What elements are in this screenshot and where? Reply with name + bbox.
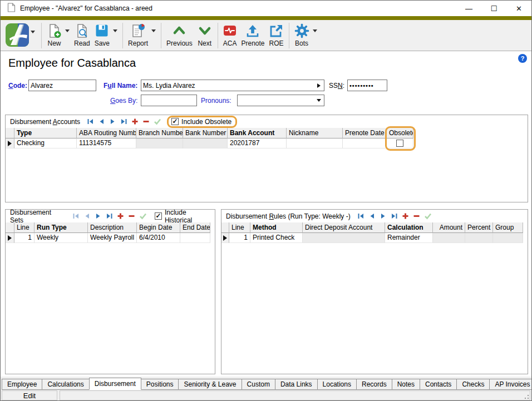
- tab-data-links[interactable]: Data Links: [275, 379, 318, 390]
- col-description[interactable]: Description: [88, 222, 137, 233]
- delete-row-button[interactable]: [413, 212, 420, 220]
- edit-mode-panel[interactable]: Edit: [2, 390, 57, 400]
- col-percent[interactable]: Percent: [465, 222, 493, 233]
- col-nickname[interactable]: Nickname: [287, 128, 343, 138]
- sets-grid-header: Line Run Type Description Begin Date End…: [6, 222, 215, 233]
- report-caret-icon[interactable]: [151, 29, 156, 32]
- confirm-button[interactable]: [424, 212, 432, 220]
- next-record-button[interactable]: [380, 212, 387, 220]
- col-bank-account[interactable]: Bank Account: [228, 128, 287, 138]
- first-record-button[interactable]: [357, 212, 364, 220]
- first-record-button[interactable]: [72, 212, 80, 220]
- disbursement-rules-title: Disbursement Rules (Run Type: Weekly -): [226, 212, 351, 220]
- next-button[interactable]: Next: [195, 22, 215, 48]
- report-button[interactable]: Report: [126, 22, 150, 48]
- tab-positions[interactable]: Positions: [141, 379, 179, 390]
- previous-record-button[interactable]: [83, 212, 91, 220]
- sets-row[interactable]: 1 Weekly Weekly Payroll 6/4/2010: [6, 233, 215, 243]
- bots-button[interactable]: Bots: [292, 22, 312, 48]
- delete-row-button[interactable]: [142, 118, 150, 125]
- obsolete-checkbox[interactable]: [396, 140, 403, 147]
- pronouns-select[interactable]: [237, 95, 324, 106]
- include-historical-label: Include Historical: [165, 209, 215, 224]
- full-name-expand-button[interactable]: [314, 81, 323, 90]
- tab-employee[interactable]: Employee: [2, 379, 42, 390]
- roe-button[interactable]: ROE: [267, 22, 285, 48]
- col-branch-number[interactable]: Branch Number: [136, 128, 183, 138]
- row-selector[interactable]: [6, 233, 14, 243]
- goes-by-input[interactable]: [141, 95, 197, 106]
- col-type[interactable]: Type: [14, 128, 77, 138]
- tab-custom[interactable]: Custom: [242, 379, 275, 390]
- accounts-row[interactable]: Checking 111314575 20201787: [6, 138, 528, 148]
- delete-row-button[interactable]: [128, 212, 135, 220]
- include-historical-checkbox[interactable]: [155, 212, 162, 220]
- accounts-grid-header: Type ABA Routing Number Branch Number Ba…: [6, 128, 528, 138]
- previous-record-button[interactable]: [98, 118, 105, 125]
- chevron-down-icon: [197, 22, 213, 39]
- save-caret-icon[interactable]: [113, 29, 117, 32]
- col-group[interactable]: Group: [493, 222, 523, 233]
- tab-locations[interactable]: Locations: [318, 379, 357, 390]
- first-record-button[interactable]: [87, 118, 94, 125]
- tab-seniority-leave[interactable]: Seniority & Leave: [179, 379, 242, 390]
- status-bar: Edit: [1, 390, 531, 401]
- col-line[interactable]: Line: [229, 222, 250, 233]
- bots-caret-icon[interactable]: [313, 29, 317, 32]
- col-bank-number[interactable]: Bank Number: [183, 128, 228, 138]
- col-amount[interactable]: Amount: [433, 222, 465, 233]
- col-obsolete[interactable]: Obsolete: [387, 128, 413, 138]
- tab-calculations[interactable]: Calculations: [42, 379, 89, 390]
- col-end-date[interactable]: End Date: [180, 222, 210, 233]
- tab-checks[interactable]: Checks: [457, 379, 490, 390]
- ssn-label: SSN:: [329, 82, 344, 90]
- rules-row[interactable]: 1 Printed Check Remainder: [221, 233, 528, 243]
- previous-button[interactable]: Previous: [164, 22, 195, 48]
- code-input[interactable]: Alvarez: [28, 80, 96, 91]
- confirm-button[interactable]: [139, 212, 147, 220]
- previous-record-button[interactable]: [368, 212, 376, 220]
- row-selector[interactable]: [221, 233, 229, 243]
- tab-disbursement[interactable]: Disbursement: [89, 378, 141, 390]
- new-caret-icon[interactable]: [65, 29, 70, 32]
- col-prenote-date[interactable]: Prenote Date: [343, 128, 387, 138]
- maximize-button[interactable]: ☐: [481, 1, 506, 16]
- aca-button[interactable]: ACA: [221, 22, 239, 48]
- prenote-button[interactable]: Prenote: [239, 22, 267, 48]
- add-row-button[interactable]: [131, 118, 139, 125]
- tab-contacts[interactable]: Contacts: [420, 379, 457, 390]
- confirm-button[interactable]: [154, 118, 161, 125]
- row-selector[interactable]: [6, 138, 14, 148]
- tab-ap-invoices[interactable]: AP Invoices: [490, 379, 532, 390]
- full-name-input[interactable]: Ms. Lydia Alvarez: [141, 80, 324, 91]
- minimize-button[interactable]: —: [456, 1, 481, 16]
- last-record-button[interactable]: [106, 212, 113, 220]
- next-record-button[interactable]: [109, 118, 116, 125]
- add-row-button[interactable]: [402, 212, 409, 220]
- add-row-button[interactable]: [117, 212, 124, 220]
- resize-grip[interactable]: [523, 393, 529, 399]
- last-record-button[interactable]: [391, 212, 398, 220]
- close-button[interactable]: ✕: [506, 1, 531, 16]
- read-button[interactable]: Read: [72, 22, 92, 48]
- tab-records[interactable]: Records: [357, 379, 392, 390]
- app-menu-button[interactable]: [4, 22, 38, 51]
- help-icon[interactable]: ?: [518, 54, 527, 63]
- tab-notes[interactable]: Notes: [392, 379, 420, 390]
- col-begin-date[interactable]: Begin Date: [137, 222, 180, 233]
- include-obsolete-checkbox[interactable]: [171, 118, 179, 125]
- col-direct-deposit-account[interactable]: Direct Deposit Account: [303, 222, 385, 233]
- col-aba-routing-number[interactable]: ABA Routing Number: [77, 128, 136, 138]
- col-run-type[interactable]: Run Type: [35, 222, 88, 233]
- last-record-button[interactable]: [120, 118, 127, 125]
- gear-icon: [294, 22, 309, 39]
- pronouns-label: Pronouns:: [201, 97, 231, 105]
- save-button[interactable]: Save: [92, 22, 112, 48]
- next-record-button[interactable]: [95, 212, 102, 220]
- pronouns-dropdown-button[interactable]: [314, 96, 323, 105]
- col-method[interactable]: Method: [250, 222, 303, 233]
- ssn-input[interactable]: •••••••••: [347, 80, 387, 91]
- col-line[interactable]: Line: [14, 222, 35, 233]
- new-button[interactable]: New: [45, 22, 64, 48]
- col-calculation[interactable]: Calculation: [385, 222, 433, 233]
